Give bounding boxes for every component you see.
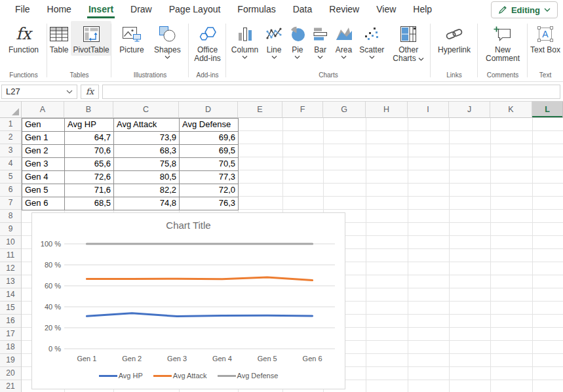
hyperlink-button[interactable]: Hyperlink [436, 21, 473, 56]
other-charts-button[interactable]: Other Charts [389, 21, 427, 64]
legend-item-avg-attack[interactable]: Avg Attack [153, 372, 207, 380]
row-header-5[interactable]: 5 [0, 170, 21, 184]
cell-B2[interactable]: 64,7 [65, 132, 114, 145]
function-button[interactable]: fx Function [7, 21, 41, 56]
cell-C3[interactable]: 68,3 [114, 145, 180, 158]
chart-title[interactable]: Chart Title [32, 220, 345, 231]
row-header-11[interactable]: 11 [0, 249, 21, 262]
office-addins-button[interactable]: Office Add-ins [189, 21, 226, 64]
cell-A7[interactable]: Gen 6 [22, 197, 65, 210]
column-header-F[interactable]: F [282, 102, 323, 118]
new-comment-button[interactable]: New Comment [481, 21, 524, 64]
formula-input[interactable] [102, 85, 560, 99]
cell-D1[interactable]: Avg Defense [180, 119, 239, 132]
row-header-2[interactable]: 2 [0, 131, 21, 144]
cell-D2[interactable]: 69,6 [180, 132, 239, 145]
cell-D3[interactable]: 69,5 [180, 145, 239, 158]
column-header-K[interactable]: K [490, 102, 532, 118]
tab-draw[interactable]: Draw [122, 0, 161, 18]
column-header-E[interactable]: E [238, 102, 282, 118]
cell-B6[interactable]: 71,6 [65, 184, 114, 197]
chart-series-line-avg-attack[interactable] [87, 277, 312, 281]
column-header-A[interactable]: A [22, 102, 64, 118]
cell-A4[interactable]: Gen 3 [22, 158, 65, 171]
column-chart-button[interactable]: Column [229, 21, 260, 60]
cell-B5[interactable]: 72,6 [65, 171, 114, 184]
chart-series-line-avg-hp[interactable] [87, 313, 312, 317]
cell-A3[interactable]: Gen 2 [22, 145, 65, 158]
cell-A1[interactable]: Gen [22, 119, 65, 132]
text-box-button[interactable]: A Text Box [528, 21, 562, 56]
legend-item-avg-defense[interactable]: Avg Defense [218, 372, 279, 380]
x-axis-tick-label[interactable]: Gen 4 [199, 354, 245, 363]
tab-help[interactable]: Help [404, 0, 440, 18]
cell-C1[interactable]: Avg Attack [114, 119, 180, 132]
row-header-6[interactable]: 6 [0, 184, 21, 197]
cell-C4[interactable]: 75,8 [114, 158, 180, 171]
table-button[interactable]: Table [47, 21, 71, 56]
x-axis-tick-label[interactable]: Gen 3 [154, 354, 200, 363]
shapes-button[interactable]: Shapes [152, 21, 183, 60]
column-header-G[interactable]: G [323, 102, 366, 118]
column-header-B[interactable]: B [64, 102, 113, 118]
cell-A2[interactable]: Gen 1 [22, 132, 65, 145]
cell-B4[interactable]: 65,6 [65, 158, 114, 171]
cell-C6[interactable]: 82,2 [114, 184, 180, 197]
cell-D7[interactable]: 76,3 [180, 197, 239, 210]
tab-home[interactable]: Home [39, 0, 80, 18]
row-header-7[interactable]: 7 [0, 197, 21, 210]
cell-C5[interactable]: 80,5 [114, 171, 180, 184]
cell-D5[interactable]: 77,3 [180, 171, 239, 184]
tab-review[interactable]: Review [320, 0, 368, 18]
picture-button[interactable]: Picture [117, 21, 146, 56]
cell-B7[interactable]: 68,5 [65, 197, 114, 210]
row-header-20[interactable]: 20 [0, 367, 21, 380]
y-axis-tick-label[interactable]: 40 % [32, 302, 61, 311]
cell-B3[interactable]: 70,6 [65, 145, 114, 158]
row-header-21[interactable]: 21 [0, 380, 21, 392]
x-axis-tick-label[interactable]: Gen 6 [290, 354, 336, 363]
tab-page-layout[interactable]: Page Layout [161, 0, 229, 18]
tab-formulas[interactable]: Formulas [229, 0, 284, 18]
tab-insert[interactable]: Insert [80, 0, 122, 18]
cell-D4[interactable]: 70,5 [180, 158, 239, 171]
row-header-8[interactable]: 8 [0, 210, 21, 223]
cell-D6[interactable]: 72,0 [180, 184, 239, 197]
pivottable-button[interactable]: PivotTable [71, 21, 111, 56]
row-header-12[interactable]: 12 [0, 262, 21, 275]
y-axis-tick-label[interactable]: 20 % [32, 323, 61, 332]
select-all-corner[interactable] [0, 102, 22, 118]
y-axis-tick-label[interactable]: 60 % [32, 281, 61, 290]
insert-function-button[interactable]: fx [81, 85, 99, 99]
x-axis-tick-label[interactable]: Gen 2 [109, 354, 155, 363]
tab-file[interactable]: File [7, 0, 39, 18]
row-header-16[interactable]: 16 [0, 315, 21, 328]
editing-mode-button[interactable]: Editing [491, 1, 558, 18]
cell-C2[interactable]: 73,9 [114, 132, 180, 145]
row-header-18[interactable]: 18 [0, 341, 21, 354]
y-axis-tick-label[interactable]: 80 % [32, 260, 61, 269]
pie-chart-button[interactable]: Pie [288, 21, 307, 60]
column-header-L[interactable]: L [532, 102, 563, 118]
tab-view[interactable]: View [368, 0, 404, 18]
scatter-chart-button[interactable]: Scatter [357, 21, 386, 60]
x-axis-tick-label[interactable]: Gen 1 [64, 354, 109, 363]
area-chart-button[interactable]: Area [334, 21, 355, 60]
column-header-C[interactable]: C [113, 102, 179, 118]
cell-A6[interactable]: Gen 5 [22, 184, 65, 197]
embedded-chart[interactable]: Chart Title 100 %80 %60 %40 %20 %0 % Gen… [31, 212, 345, 389]
row-header-13[interactable]: 13 [0, 275, 21, 288]
row-header-19[interactable]: 19 [0, 354, 21, 367]
y-axis-tick-label[interactable]: 100 % [32, 239, 61, 248]
row-header-17[interactable]: 17 [0, 328, 21, 341]
row-header-15[interactable]: 15 [0, 302, 21, 315]
chart-legend[interactable]: Avg HPAvg AttackAvg Defense [32, 372, 345, 380]
cell-B1[interactable]: Avg HP [65, 119, 114, 132]
tab-data[interactable]: Data [284, 0, 321, 18]
row-header-4[interactable]: 4 [0, 157, 21, 170]
cell-C7[interactable]: 74,8 [114, 197, 180, 210]
column-header-H[interactable]: H [366, 102, 408, 118]
column-header-J[interactable]: J [449, 102, 490, 118]
row-header-1[interactable]: 1 [0, 118, 21, 131]
y-axis-tick-label[interactable]: 0 % [32, 344, 61, 353]
